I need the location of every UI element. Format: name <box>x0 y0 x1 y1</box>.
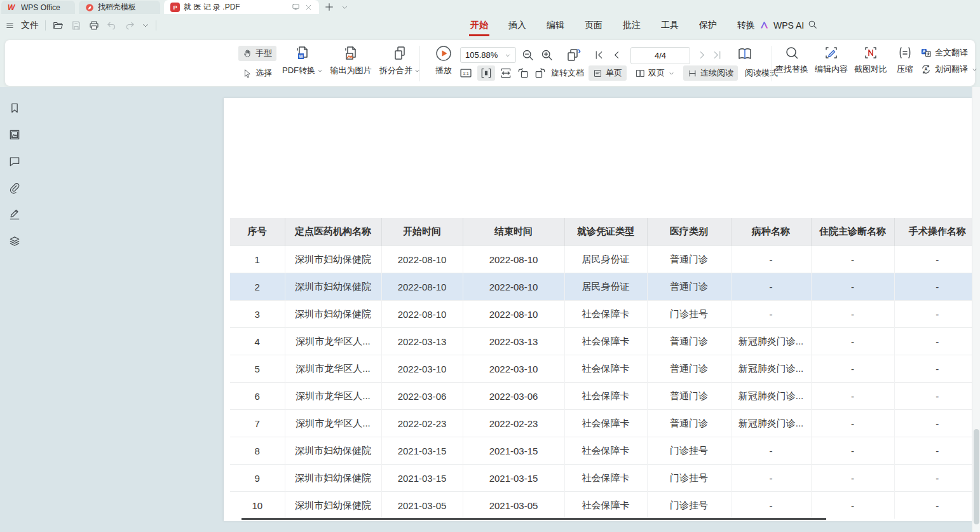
rotate-doc-label[interactable]: 旋转文档 <box>551 67 584 79</box>
table-cell: 深圳市妇幼保健院 <box>285 301 381 328</box>
search-button[interactable] <box>807 19 818 30</box>
last-page-button[interactable] <box>712 50 723 60</box>
redo-icon[interactable] <box>124 20 135 31</box>
chevron-down-icon <box>505 52 511 58</box>
next-page-button[interactable] <box>697 50 707 60</box>
tab-label: 就 医 记 录 .PDF <box>184 2 287 13</box>
layers-button[interactable] <box>6 233 23 250</box>
full-translate-button[interactable]: A 全文翻译 <box>920 47 977 58</box>
thumbnail-icon <box>8 128 21 141</box>
table-cell: 2022-08-10 <box>381 301 463 328</box>
actual-size-button[interactable]: 1:1 <box>459 67 473 79</box>
export-image-button[interactable]: 输出为图片 <box>327 45 375 76</box>
hand-tool-label: 手型 <box>255 48 272 59</box>
comment-icon <box>8 155 21 168</box>
menu-tab-1[interactable]: 插入 <box>507 17 527 34</box>
split-merge-button[interactable]: 拆分合并 <box>375 45 425 76</box>
continuous-read-button[interactable]: 连续阅读 <box>683 65 738 81</box>
replace-pages-icon[interactable] <box>566 47 582 63</box>
compress-button[interactable]: 压缩 <box>891 45 919 75</box>
table-cell: 普通门诊 <box>647 383 731 410</box>
edit-content-button[interactable]: 编辑内容 <box>812 45 850 75</box>
zoom-out-button[interactable] <box>521 48 534 62</box>
select-tool-button[interactable]: 选择 <box>238 65 276 81</box>
previous-page-button[interactable] <box>611 50 622 60</box>
close-tab-icon[interactable] <box>304 3 313 11</box>
toolbar: 手型 选择 W PDF转换 输出为图片 拆分合并 播放 <box>4 39 976 86</box>
menu-tab-3[interactable]: 页面 <box>583 17 604 34</box>
fit-width-icon <box>480 67 493 79</box>
menu-tab-6[interactable]: 保护 <box>698 17 718 34</box>
menu-tab-2[interactable]: 编辑 <box>545 17 566 34</box>
table-header-cell: 就诊凭证类型 <box>564 218 647 246</box>
table-cell: 深圳市龙华区人... <box>285 355 381 383</box>
separate-window-icon[interactable] <box>291 3 301 11</box>
more-actions-chevron-icon[interactable] <box>142 22 149 29</box>
hamburger-icon[interactable] <box>5 21 15 30</box>
menu-tab-4[interactable]: 批注 <box>622 17 642 34</box>
screenshot-compare-button[interactable]: 截图对比 <box>852 45 890 75</box>
table-cell: 9 <box>230 465 285 492</box>
zoom-in-button[interactable] <box>540 48 554 62</box>
paperclip-icon <box>8 182 21 194</box>
table-cell: 2022-08-10 <box>381 273 463 301</box>
plus-icon <box>324 2 334 12</box>
compress-label: 压缩 <box>897 64 913 75</box>
tab-docer-templates[interactable]: 找稻壳模板 <box>79 1 160 14</box>
menu-tabs: 开始插入编辑页面批注工具保护转换 <box>469 14 756 36</box>
thumbnails-button[interactable] <box>6 126 23 143</box>
pdf-convert-button[interactable]: W PDF转换 <box>278 45 327 76</box>
signature-button[interactable] <box>6 207 23 223</box>
table-cell: 2021-03-15 <box>463 465 564 492</box>
wps-ai-button[interactable]: WPS AI <box>759 14 804 36</box>
hand-tool-button[interactable]: 手型 <box>238 46 276 61</box>
menu-tab-0[interactable]: 开始 <box>469 17 489 34</box>
table-cell: 10 <box>230 492 285 519</box>
vertical-scrollbar[interactable] <box>972 87 980 532</box>
fit-page-button[interactable] <box>500 67 512 79</box>
page-indicator-input[interactable]: 4/4 <box>630 47 690 64</box>
zoom-level-select[interactable]: 105.88% <box>460 47 516 63</box>
rotate-left-button[interactable] <box>517 67 529 79</box>
table-cell: 2022-08-10 <box>463 273 564 301</box>
table-row: 2深圳市妇幼保健院2022-08-102022-08-10居民身份证普通门诊--… <box>230 273 980 301</box>
find-replace-button[interactable]: 查找替换 <box>773 45 811 75</box>
zoom-level-value: 105.88% <box>465 50 498 60</box>
table-cell: 普通门诊 <box>647 328 731 355</box>
attachments-button[interactable] <box>6 180 23 196</box>
pdf-convert-icon: W <box>295 45 310 62</box>
menu-tab-5[interactable]: 工具 <box>660 17 680 34</box>
wps-pdf-window: W WPS Office 找稻壳模板 P 就 医 记 录 .PDF 文件 <box>0 0 980 532</box>
first-page-button[interactable] <box>594 50 604 60</box>
rotate-right-button[interactable] <box>534 67 547 79</box>
table-cell: - <box>731 465 811 492</box>
undo-icon[interactable] <box>106 20 118 31</box>
read-mode-icon[interactable] <box>736 46 754 63</box>
continuous-read-label: 连续阅读 <box>700 67 733 79</box>
comments-button[interactable] <box>6 153 23 170</box>
double-page-button[interactable]: 双页 <box>631 65 679 81</box>
tab-wps-home[interactable]: W WPS Office <box>1 1 75 14</box>
single-page-button[interactable]: 单页 <box>589 65 627 81</box>
menu-tab-7[interactable]: 转换 <box>736 17 756 34</box>
scrollbar-thumb[interactable] <box>974 429 979 524</box>
table-cell: 2022-03-13 <box>463 328 564 355</box>
tab-document-pdf[interactable]: P 就 医 记 录 .PDF <box>164 0 319 14</box>
table-row: 3深圳市妇幼保健院2022-08-102022-08-10社会保障卡门诊挂号--… <box>230 301 980 328</box>
bookmarks-button[interactable] <box>6 100 23 116</box>
table-cell: 6 <box>230 383 285 410</box>
table-cell: - <box>731 437 811 465</box>
save-icon[interactable] <box>71 20 82 31</box>
play-button[interactable]: 播放 <box>427 45 460 76</box>
open-file-icon[interactable] <box>52 20 64 31</box>
table-cell: 普通门诊 <box>647 246 731 273</box>
print-icon[interactable] <box>88 20 100 31</box>
file-menu-button[interactable]: 文件 <box>21 20 39 31</box>
medical-records-table: 序号定点医药机构名称开始时间结束时间就诊凭证类型医疗类别病种名称住院主诊断名称手… <box>230 218 980 519</box>
table-cell: 新冠肺炎门诊... <box>731 383 811 410</box>
fit-width-button[interactable] <box>477 65 495 81</box>
new-tab-button[interactable] <box>322 0 337 14</box>
word-translate-button[interactable]: A 划词翻译 <box>920 64 977 75</box>
tab-list-button[interactable] <box>338 0 351 14</box>
layers-icon <box>8 235 21 248</box>
